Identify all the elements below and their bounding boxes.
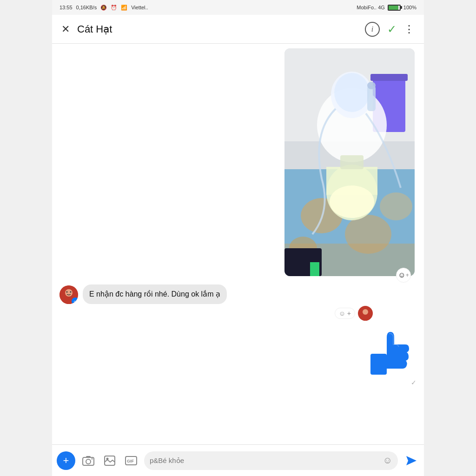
svg-point-27 [363,309,368,315]
input-bar: + GIF ☺ [52,444,424,476]
svg-rect-9 [370,74,408,81]
close-button[interactable]: ✕ [61,24,70,34]
svg-point-31 [86,459,91,464]
status-wifi: 📶 [121,5,127,11]
svg-rect-29 [370,354,387,375]
phone-frame: 13:55 0,16KB/s 🔕 ⏰ 📶 Viettel.. MobiFo.. … [52,0,424,476]
svg-point-25 [70,291,72,293]
like-message-row: ✓ [52,324,424,391]
svg-point-18 [330,185,374,218]
status-bar-left: 13:55 0,16KB/s 🔕 ⏰ 📶 Viettel.. [60,5,148,11]
emoji-react-row-2: ☺ + [52,306,424,321]
status-speed: 0,16KB/s [76,5,97,10]
page-title: Cát Hạt [77,23,357,35]
svg-point-24 [66,291,68,293]
status-alarm: ⏰ [111,5,117,11]
svg-point-12 [334,73,370,112]
messenger-icon: m [72,298,78,304]
emoji-plus-icon-1: + [406,272,409,278]
emoji-react-button-2[interactable]: ☺ + [335,308,355,319]
thumbs-up-emoji[interactable] [364,328,415,386]
check-button[interactable]: ✓ [387,23,397,36]
camera-button[interactable] [80,452,97,469]
svg-point-5 [380,192,412,220]
emoji-react-button-1[interactable]: ☺+ [396,268,411,283]
status-bar: 13:55 0,16KB/s 🔕 ⏰ 📶 Viettel.. MobiFo.. … [52,0,424,15]
status-carrier1: Viettel.. [131,5,148,10]
svg-text:GIF: GIF [127,459,134,463]
gif-button[interactable]: GIF [123,452,139,469]
message-text: E nhận đc hàng rồi nhé. Dùng ok lắm ạ [89,290,220,298]
message-photo[interactable] [284,48,415,276]
info-button[interactable]: i [365,22,380,37]
chat-area: ☺+ m [52,44,424,444]
message-bubble: E nhận đc hàng rồi nhé. Dùng ok lắm ạ [83,284,227,304]
image-button[interactable] [101,452,118,469]
nav-bar: ✕ Cát Hạt i ✓ ⋮ [52,15,424,44]
svg-marker-38 [406,456,416,465]
send-button[interactable] [403,452,419,469]
sender-avatar: m [60,285,78,304]
like-check-icon: ✓ [411,379,416,386]
svg-point-14 [367,82,376,89]
svg-rect-20 [310,262,319,276]
info-icon: i [371,25,373,33]
svg-rect-32 [86,456,91,458]
plus-icon: + [63,455,69,467]
message-input[interactable] [150,456,383,464]
message-input-wrap[interactable]: ☺ [144,451,398,470]
received-message-row: m E nhận đc hàng rồi nhé. Dùng ok lắm ạ [52,280,424,309]
svg-rect-17 [340,155,364,169]
status-time: 13:55 [60,5,73,10]
status-carrier2: MobiFo.. 4G [357,5,385,10]
battery-indicator [388,5,401,11]
svg-point-22 [65,289,73,297]
svg-point-33 [92,458,93,459]
sent-avatar-small [358,306,373,321]
battery-fill [389,6,399,10]
more-button[interactable]: ⋮ [404,23,415,35]
emoji-react-icon-1: ☺ [398,271,405,279]
emoji-picker-button[interactable]: ☺ [383,455,392,466]
status-bar-right: MobiFo.. 4G 100% [357,5,416,11]
add-button[interactable]: + [57,451,75,470]
emoji-plus-2: + [347,310,351,317]
battery-percent: 100% [403,5,416,10]
image-message[interactable]: ☺+ [284,48,415,276]
svg-rect-13 [367,86,376,111]
status-network1: 🔕 [100,5,107,11]
